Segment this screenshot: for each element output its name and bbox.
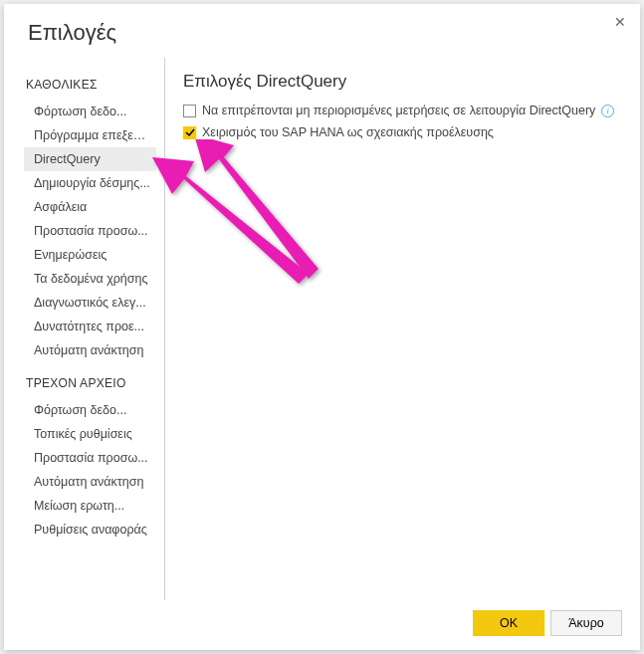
sidebar-item-updates[interactable]: Ενημερώσεις bbox=[24, 243, 156, 267]
sidebar-item-directquery[interactable]: DirectQuery bbox=[24, 147, 156, 171]
close-button[interactable]: ✕ bbox=[610, 12, 630, 32]
dialog-title: Επιλογές bbox=[4, 4, 640, 58]
checkbox-sap-hana-relational[interactable] bbox=[183, 126, 196, 139]
close-icon: ✕ bbox=[614, 14, 626, 30]
option-sap-hana-relational: Χειρισμός του SAP HANA ως σχεσιακής προέ… bbox=[183, 125, 622, 139]
sidebar-section-global: ΚΑΘΟΛΙΚΕΣ bbox=[26, 78, 164, 92]
sidebar-section-current-file: ΤΡΕΧΟΝ ΑΡΧΕΙΟ bbox=[26, 376, 164, 390]
sidebar-item-usage-data[interactable]: Τα δεδομένα χρήσης bbox=[24, 267, 156, 291]
panel-heading: Επιλογές DirectQuery bbox=[183, 72, 622, 92]
sidebar-item-query-reduction[interactable]: Μείωση ερωτη... bbox=[24, 494, 156, 518]
button-bar: OK Άκυρο bbox=[4, 600, 640, 650]
dialog-content: ΚΑΘΟΛΙΚΕΣ Φόρτωση δεδο... Πρόγραμμα επεξ… bbox=[4, 58, 640, 600]
sidebar: ΚΑΘΟΛΙΚΕΣ Φόρτωση δεδο... Πρόγραμμα επεξ… bbox=[4, 58, 165, 600]
option-label: Χειρισμός του SAP HANA ως σχεσιακής προέ… bbox=[202, 125, 494, 139]
sidebar-item-data-load-current[interactable]: Φόρτωση δεδο... bbox=[24, 398, 156, 422]
ok-button[interactable]: OK bbox=[473, 610, 544, 636]
sidebar-item-data-load-global[interactable]: Φόρτωση δεδο... bbox=[24, 100, 156, 123]
sidebar-item-query-editor[interactable]: Πρόγραμμα επεξερ... bbox=[24, 123, 156, 147]
sidebar-item-scripting[interactable]: Δημιουργία δέσμης... bbox=[24, 171, 156, 195]
option-unrestricted-measures: Να επιτρέπονται μη περιορισμένες μετρήσε… bbox=[183, 104, 622, 117]
sidebar-item-diagnostics[interactable]: Διαγνωστικός ελεγ... bbox=[24, 291, 156, 315]
cancel-button[interactable]: Άκυρο bbox=[550, 610, 622, 636]
checkbox-unrestricted-measures[interactable] bbox=[183, 105, 196, 117]
sidebar-item-auto-recovery-global[interactable]: Αυτόματη ανάκτηση bbox=[24, 338, 156, 362]
sidebar-item-privacy-global[interactable]: Προστασία προσω... bbox=[24, 219, 156, 243]
sidebar-item-security[interactable]: Ασφάλεια bbox=[24, 195, 156, 219]
sidebar-item-regional-settings[interactable]: Τοπικές ρυθμίσεις bbox=[24, 422, 156, 446]
sidebar-item-report-settings[interactable]: Ρυθμίσεις αναφοράς bbox=[24, 518, 156, 542]
checkmark-icon bbox=[185, 127, 195, 137]
sidebar-item-auto-recovery-current[interactable]: Αυτόματη ανάκτηση bbox=[24, 470, 156, 494]
main-panel: Επιλογές DirectQuery Να επιτρέπονται μη … bbox=[165, 58, 640, 600]
options-dialog: ✕ Επιλογές ΚΑΘΟΛΙΚΕΣ Φόρτωση δεδο... Πρό… bbox=[4, 4, 640, 650]
info-icon[interactable]: i bbox=[601, 105, 614, 117]
sidebar-item-preview-features[interactable]: Δυνατότητες προε... bbox=[24, 315, 156, 338]
option-label: Να επιτρέπονται μη περιορισμένες μετρήσε… bbox=[202, 104, 595, 117]
sidebar-item-privacy-current[interactable]: Προστασία προσω... bbox=[24, 446, 156, 470]
